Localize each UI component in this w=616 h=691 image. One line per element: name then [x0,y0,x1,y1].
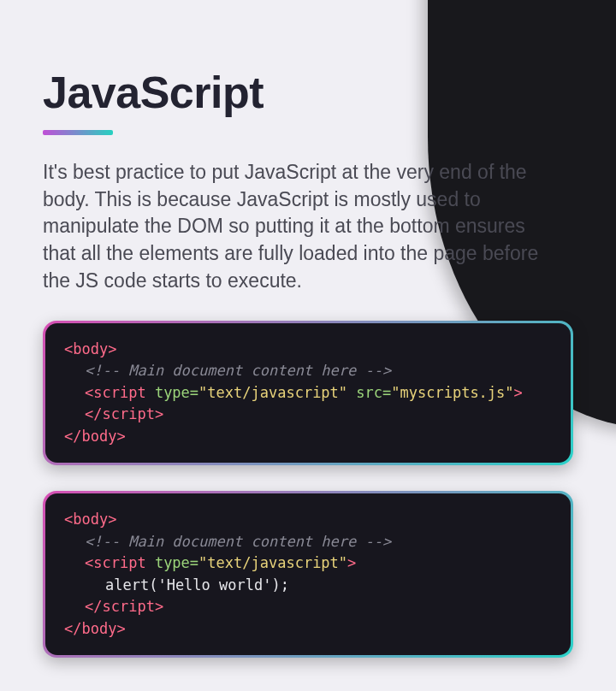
code1-comment: <!-- Main document content here --> [85,362,391,379]
code2-body-close: </body> [64,620,126,637]
code2-comment: <!-- Main document content here --> [85,533,391,550]
code1-body-open: <body> [64,340,116,357]
code2-script-open-end: > [347,554,356,571]
page-title: JavaScript [43,67,573,118]
code2-script-close: </script> [85,598,163,615]
code1-attr-src: src= [347,384,391,401]
code2-val-type: "text/javascript" [198,554,347,571]
code-block-1: <body> <!-- Main document content here -… [43,321,573,466]
code1-body-close: </body> [64,428,126,445]
code2-alert-line: alert('Hello world'); [105,576,289,594]
code2-body-open: <body> [64,511,116,528]
code1-script-open: <script [85,384,146,401]
code1-val-type: "text/javascript" [198,384,347,401]
code1-attr-type: type= [146,384,198,401]
code1-script-close: </script> [85,405,163,422]
code-block-2-inner: <body> <!-- Main document content here -… [45,493,571,655]
page-content: JavaScript It's best practice to put Jav… [0,0,616,658]
code2-script-open: <script [85,554,146,571]
title-underline [43,130,113,135]
code1-val-src: "myscripts.js" [391,384,513,401]
intro-paragraph: It's best practice to put JavaScript at … [43,159,556,295]
code-block-2: <body> <!-- Main document content here -… [43,491,573,658]
code1-script-open-end: > [514,384,523,401]
code-block-1-inner: <body> <!-- Main document content here -… [45,323,571,464]
code2-attr-type: type= [146,554,198,571]
